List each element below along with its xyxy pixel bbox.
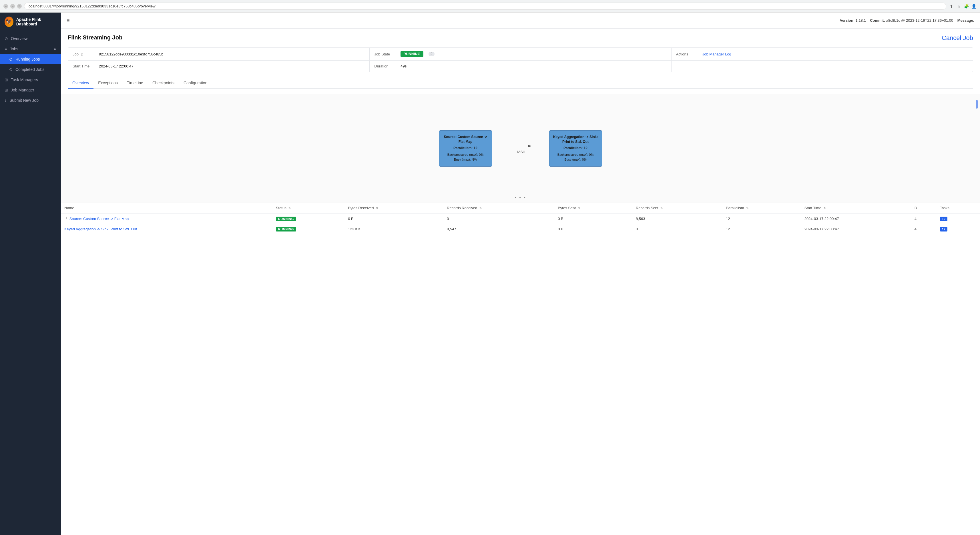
sidebar-item-job-manager[interactable]: ⊞ Job Manager [0, 85, 61, 95]
node2-stats: Backpressured (max): 0% Busy (max): 0% [553, 152, 598, 162]
sidebar-item-overview[interactable]: ⊙ Overview [0, 33, 61, 44]
back-button[interactable]: ← [3, 4, 8, 9]
col-bytes-sent[interactable]: Bytes Sent ⇅ [554, 203, 632, 213]
actions-label: Actions [676, 52, 699, 56]
node1-stats: Backpressured (max): 0% Busy (max): N/A [443, 152, 488, 162]
graph-node-2[interactable]: Keyed Aggregation -> Sink: Print to Std.… [549, 130, 602, 167]
url-bar[interactable]: localhost:8081/#/job/running/92158122dde… [24, 3, 946, 10]
job-id-value: 92158122dde930331c10e3fc758c485b [99, 52, 164, 56]
col-bytes-received[interactable]: Bytes Received ⇅ [345, 203, 444, 213]
sidebar-label-job-manager: Job Manager [11, 88, 34, 92]
row2-start-time: 2024-03-17 22:00:47 [801, 224, 911, 234]
node2-backpressured: Backpressured (max): 0% [553, 152, 598, 157]
row2-name-link[interactable]: Keyed Aggregation -> Sink: Print to Std.… [64, 227, 137, 231]
sidebar-item-running-jobs[interactable]: ⊙ Running Jobs [0, 54, 61, 64]
sidebar-label-running-jobs: Running Jobs [16, 57, 40, 62]
tab-configuration[interactable]: Configuration [179, 78, 212, 89]
jobs-table: Name Status ⇅ Bytes Received ⇅ Records R… [61, 203, 980, 234]
sidebar-item-completed-jobs[interactable]: ⊙ Completed Jobs [0, 64, 61, 75]
version-info: Version: 1.18.1 Commit: a8c8b1c @ 2023-1… [840, 18, 974, 22]
cancel-job-button[interactable]: Cancel Job [942, 34, 973, 42]
job-graph: Source: Custom Source -> Flat Map Parall… [61, 94, 980, 203]
message-label: Message: [958, 18, 974, 22]
node1-backpressured: Backpressured (max): 0% [443, 152, 488, 157]
sidebar-label-overview: Overview [11, 36, 27, 41]
page-title: Flink Streaming Job [68, 34, 123, 41]
row2-bytes-sent: 0 B [554, 224, 632, 234]
row2-records-recv: 8,547 [444, 224, 554, 234]
tab-checkpoints[interactable]: Checkpoints [148, 78, 179, 89]
table-row: Keyed Aggregation -> Sink: Print to Std.… [61, 224, 980, 234]
row2-records-sent: 0 [632, 224, 722, 234]
app-title: Apache Flink Dashboard [16, 17, 56, 26]
profile-icon[interactable]: 👤 [971, 3, 977, 9]
duration-cell: Duration 49s [370, 60, 671, 72]
col-name: Name [61, 203, 272, 213]
jobs-table-wrap: Name Status ⇅ Bytes Received ⇅ Records R… [61, 203, 980, 234]
more-indicator: • • • [515, 195, 526, 200]
tab-overview[interactable]: Overview [68, 78, 94, 89]
page-header: Flink Streaming Job Cancel Job [68, 34, 973, 42]
col-tasks: Tasks [937, 203, 980, 213]
row1-name-link[interactable]: Source: Custom Source -> Flat Map [70, 217, 129, 221]
sort-bytes-sent-icon: ⇅ [578, 206, 580, 210]
row1-menu-icon[interactable]: ⋮ [64, 216, 68, 221]
row2-status-cell: RUNNING [272, 224, 345, 234]
col-duration: D [911, 203, 937, 213]
duration-label: Duration [374, 64, 397, 68]
jobs-icon: ≡ [5, 47, 7, 51]
share-icon[interactable]: ⬆ [948, 3, 954, 9]
job-info-grid: Job ID 92158122dde930331c10e3fc758c485b … [68, 48, 973, 72]
job-id-cell: Job ID 92158122dde930331c10e3fc758c485b [68, 48, 369, 60]
sort-status-icon: ⇅ [288, 206, 291, 210]
sidebar-header: 🦅 Apache Flink Dashboard [0, 13, 61, 31]
tab-exceptions[interactable]: Exceptions [94, 78, 122, 89]
col-records-received[interactable]: Records Received ⇅ [444, 203, 554, 213]
row2-duration: 4 [911, 224, 937, 234]
logo-icon: 🦅 [6, 19, 12, 25]
refresh-button[interactable]: ↻ [17, 4, 22, 9]
sidebar-item-submit-new-job[interactable]: ↓ Submit New Job [0, 95, 61, 105]
sidebar-label-completed-jobs: Completed Jobs [16, 67, 44, 72]
tab-bar: Overview Exceptions TimeLine Checkpoints… [68, 78, 973, 89]
col-records-sent[interactable]: Records Sent ⇅ [632, 203, 722, 213]
job-manager-log-link[interactable]: Job Manager Log [702, 52, 731, 56]
sidebar-label-task-managers: Task Managers [11, 78, 38, 82]
task-managers-icon: ⊞ [5, 78, 8, 82]
completed-jobs-icon: ⊙ [9, 67, 13, 72]
sidebar-nav: ⊙ Overview ≡ Jobs ∧ ⊙ Running Jobs ⊙ Com… [0, 31, 61, 108]
row2-tasks-badge: 12 [940, 227, 947, 232]
table-row: ⋮ Source: Custom Source -> Flat Map RUNN… [61, 213, 980, 224]
node1-parallelism: Parallelism: 12 [443, 146, 488, 150]
node2-title: Keyed Aggregation -> Sink: Print to Std.… [553, 135, 598, 144]
scroll-thumb[interactable] [976, 100, 978, 109]
status-badge: RUNNING [401, 51, 423, 57]
col-start-time[interactable]: Start Time ⇅ [801, 203, 911, 213]
col-parallelism[interactable]: Parallelism ⇅ [722, 203, 801, 213]
sidebar-item-task-managers[interactable]: ⊞ Task Managers [0, 75, 61, 85]
row2-parallelism: 12 [722, 224, 801, 234]
extensions-icon[interactable]: 🧩 [963, 3, 969, 9]
tab-timeline[interactable]: TimeLine [123, 78, 148, 89]
bookmark-icon[interactable]: ☆ [956, 3, 962, 9]
row2-bytes-recv: 123 KB [345, 224, 444, 234]
state-count-badge: 2 [428, 52, 434, 56]
sidebar-item-jobs[interactable]: ≡ Jobs ∧ [0, 44, 61, 54]
actions-cell: Actions Job Manager Log [671, 48, 973, 60]
running-jobs-icon: ⊙ [9, 57, 13, 62]
sort-records-recv-icon: ⇅ [479, 206, 482, 210]
commit-value: a8c8b1c @ 2023-12-19T22:17:36+01:00 [886, 18, 953, 22]
hamburger-button[interactable]: ≡ [67, 17, 70, 24]
col-status[interactable]: Status ⇅ [272, 203, 345, 213]
row1-bytes-sent: 0 B [554, 213, 632, 224]
graph-node-1[interactable]: Source: Custom Source -> Flat Map Parall… [439, 130, 492, 167]
graph-edge: HASH [509, 143, 532, 154]
submit-icon: ↓ [5, 98, 6, 103]
forward-button[interactable]: → [10, 4, 15, 9]
job-state-cell: Job State RUNNING 2 [370, 48, 671, 60]
table-body: ⋮ Source: Custom Source -> Flat Map RUNN… [61, 213, 980, 234]
arrow-svg [509, 143, 532, 149]
graph-nodes: Source: Custom Source -> Flat Map Parall… [428, 119, 614, 178]
row1-tasks-cell: 12 [937, 213, 980, 224]
row1-name-cell: ⋮ Source: Custom Source -> Flat Map [61, 213, 272, 224]
